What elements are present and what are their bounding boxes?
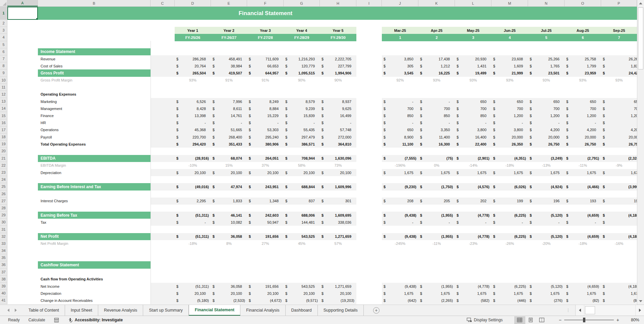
- grid-cell[interactable]: $8,579: [284, 98, 320, 105]
- grid-cell[interactable]: $-: [382, 98, 418, 105]
- grid-cell[interactable]: 0%: [418, 162, 455, 169]
- empty-row-cell[interactable]: [7, 148, 637, 155]
- grid-cell[interactable]: 93%: [491, 77, 528, 84]
- row-header[interactable]: 19: [0, 141, 7, 148]
- spacer-cell[interactable]: [356, 283, 382, 290]
- horizontal-scroll-track[interactable]: [596, 305, 635, 316]
- grid-cell[interactable]: $227,799: [320, 62, 356, 69]
- empty-row-cell[interactable]: [7, 254, 637, 261]
- spacer-cell[interactable]: [356, 98, 382, 105]
- grid-cell[interactable]: $57,748: [320, 126, 356, 133]
- spacer-cell[interactable]: [151, 141, 175, 148]
- grid-cell[interactable]: $45,368: [175, 126, 211, 133]
- grid-cell[interactable]: $19,499: [455, 69, 491, 76]
- row-header[interactable]: 24: [0, 176, 7, 183]
- spacer-cell[interactable]: [7, 155, 38, 162]
- page-break-view-button[interactable]: [536, 316, 547, 324]
- spacer-cell[interactable]: [7, 297, 38, 304]
- next-sheet-icon[interactable]: [15, 309, 17, 312]
- grid-cell[interactable]: $21,999: [491, 69, 528, 76]
- grid-cell[interactable]: $3,800: [455, 126, 491, 133]
- sheet-tab-input-sheet[interactable]: Input Sheet: [65, 305, 98, 316]
- column-header-n[interactable]: N: [528, 0, 565, 6]
- grid-cell[interactable]: $(582): [455, 297, 491, 304]
- row-label[interactable]: Net Income: [38, 283, 151, 290]
- grid-cell[interactable]: 8%: [211, 240, 247, 247]
- grid-cell[interactable]: $650: [528, 98, 565, 105]
- empty-row-cell[interactable]: [7, 84, 637, 91]
- grid-cell[interactable]: $20,100: [175, 169, 211, 176]
- row-header[interactable]: 7: [0, 55, 7, 62]
- spacer-cell[interactable]: [151, 133, 175, 141]
- section-header[interactable]: EBITDA: [38, 155, 151, 162]
- grid-cell[interactable]: $1,675: [382, 290, 418, 297]
- grid-cell[interactable]: $419,507: [211, 69, 247, 76]
- grid-cell[interactable]: $6,526: [175, 98, 211, 105]
- row-label[interactable]: Operating Expenses: [38, 91, 151, 98]
- spacer-cell[interactable]: [356, 162, 382, 169]
- grid-cell[interactable]: $650: [455, 98, 491, 105]
- grid-cell[interactable]: $1,675: [382, 169, 418, 176]
- spacer-cell[interactable]: [356, 233, 382, 240]
- spacer-cell[interactable]: [356, 119, 382, 126]
- grid-cell[interactable]: $(4,466): [565, 183, 601, 190]
- grid-cell[interactable]: $4,200: [565, 126, 601, 133]
- spacer-cell[interactable]: [7, 183, 38, 190]
- empty-row-cell[interactable]: [7, 176, 637, 183]
- grid-cell[interactable]: $20,000: [601, 133, 637, 141]
- grid-cell[interactable]: $(4,351): [491, 155, 528, 162]
- spacer-cell[interactable]: [356, 77, 382, 84]
- empty-row-cell[interactable]: [7, 20, 637, 27]
- spacer-cell[interactable]: [356, 133, 382, 141]
- section-header[interactable]: Earning Before Tax: [38, 212, 151, 219]
- page-layout-view-button[interactable]: [525, 316, 536, 324]
- row-header[interactable]: 41: [0, 297, 7, 304]
- row-header[interactable]: 15: [0, 112, 7, 119]
- selected-cell-a1[interactable]: [7, 7, 38, 20]
- grid-cell[interactable]: $(9,438): [382, 233, 418, 240]
- grid-cell[interactable]: $(51,311): [175, 283, 211, 290]
- month-header-cell[interactable]: 3: [455, 34, 491, 41]
- grid-cell[interactable]: $26,750: [565, 141, 601, 148]
- column-header-f[interactable]: F: [247, 0, 284, 6]
- row-label[interactable]: Revenue: [38, 55, 151, 62]
- row-header[interactable]: 20: [0, 148, 7, 155]
- month-header-cell[interactable]: Sep-25: [601, 27, 637, 34]
- row-header[interactable]: 31: [0, 226, 7, 233]
- row-label[interactable]: Depreciation: [38, 169, 151, 176]
- grid-cell[interactable]: $46,141: [211, 212, 247, 219]
- section-header[interactable]: Income Statement: [38, 48, 151, 55]
- grid-cell[interactable]: 45%: [284, 240, 320, 247]
- grid-cell[interactable]: $11,100: [382, 141, 418, 148]
- grid-cell[interactable]: 37%: [247, 162, 284, 169]
- scroll-down-icon[interactable]: [637, 298, 644, 305]
- grid-cell[interactable]: $1,630,096: [320, 155, 356, 162]
- grid-cell[interactable]: $(75): [418, 155, 455, 162]
- grid-cell[interactable]: $(7,555): [382, 155, 418, 162]
- grid-cell[interactable]: $(4,188): [601, 233, 637, 240]
- spacer-cell[interactable]: [7, 261, 38, 268]
- row-label[interactable]: Cash flow from Operating Activities: [38, 276, 151, 283]
- grid-cell[interactable]: $351,433: [211, 141, 247, 148]
- grid-cell[interactable]: $193: [565, 198, 601, 205]
- grid-cell[interactable]: $191,656: [247, 233, 284, 240]
- row-label[interactable]: Cost of Sales: [38, 62, 151, 69]
- grid-cell[interactable]: $(3,249): [528, 155, 565, 162]
- grid-cell[interactable]: $16,225: [418, 69, 455, 76]
- grid-cell[interactable]: $(5,180): [175, 297, 211, 304]
- grid-cell[interactable]: $(4,672): [247, 297, 284, 304]
- grid-cell[interactable]: $1,200: [491, 112, 528, 119]
- empty-row-cell[interactable]: [7, 191, 637, 198]
- row-label[interactable]: Change in Account Receivables: [38, 297, 151, 304]
- row-header[interactable]: 23: [0, 169, 7, 176]
- grid-cell[interactable]: $850: [418, 112, 455, 119]
- grid-cell[interactable]: $1,216,293: [284, 55, 320, 62]
- grid-cell[interactable]: $23,501: [528, 69, 565, 76]
- grid-cell[interactable]: $(4,659): [565, 212, 601, 219]
- column-header-l[interactable]: L: [455, 0, 491, 6]
- grid-cell[interactable]: $1,675: [601, 169, 637, 176]
- spacer-cell[interactable]: [151, 183, 175, 190]
- grid-cell[interactable]: $1,675: [491, 169, 528, 176]
- grid-cell[interactable]: $20,100: [211, 169, 247, 176]
- select-all-button[interactable]: [0, 0, 7, 6]
